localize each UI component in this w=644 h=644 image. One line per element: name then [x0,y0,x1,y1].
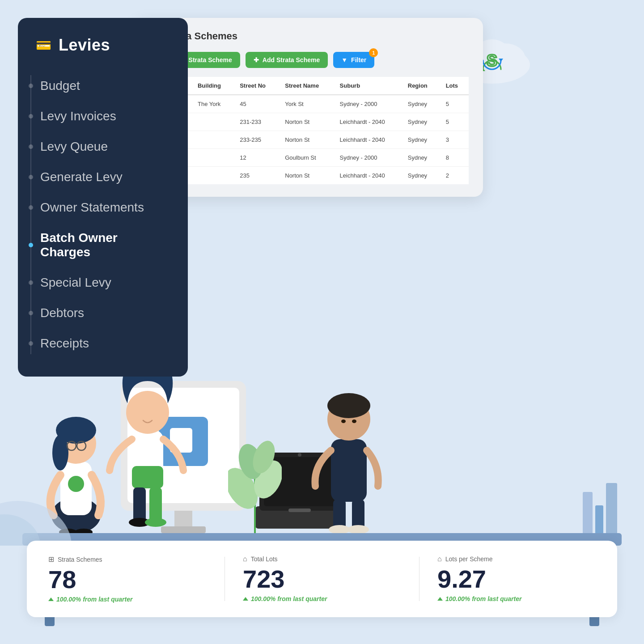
svg-rect-38 [331,439,367,502]
stat-value: 9.27 [437,567,596,592]
stat-item-lots-per-scheme: ⌂ Lots per Scheme 9.27 100.00% from last… [419,555,596,603]
table-row[interactable]: SP9932812Goulburn StSydney - 2000Sydney8 [148,149,469,167]
cell-building [191,149,233,167]
sidebar-item-budget[interactable]: Budget [18,71,188,101]
stat-icon: ⌂ [243,555,247,563]
strata-table: CodeBuildingStreet NoStreet NameSuburbRe… [148,77,469,184]
sidebar-item-label: Owner Statements [40,200,144,215]
sidebar-item-levy-queue[interactable]: Levy Queue [18,131,188,162]
add-strata-scheme-button[interactable]: ✚ Add Strata Scheme [246,52,328,68]
table-row[interactable]: SP55501231-233Norton StLeichhardt - 2040… [148,113,469,131]
stat-item-total-lots: ⌂ Total Lots 723 100.00% from last quart… [225,555,419,603]
stat-item-strata-schemes: ⊞ Strata Schemes 78 100.00% from last qu… [48,555,225,603]
svg-rect-27 [132,466,163,488]
cell-lots: 3 [440,131,469,149]
plant-illustration [228,435,282,533]
svg-point-36 [298,453,301,457]
stat-trend: 100.00% from last quarter [48,596,207,603]
cell-street_no: 12 [233,149,279,167]
filter-label: Filter [351,56,366,64]
trend-text: 100.00% from last quarter [251,595,327,602]
stat-label-row: ⊞ Strata Schemes [48,555,207,564]
cell-street_name: Norton St [279,131,333,149]
svg-point-45 [329,525,350,533]
svg-point-28 [126,391,169,434]
nav-dot [29,84,33,88]
sidebar-item-special-levy[interactable]: Special Levy [18,267,188,298]
cell-region: Sydney [402,167,440,185]
stat-value: 78 [48,567,207,592]
nav-dot [29,175,33,179]
column-header-suburb: Suburb [334,77,402,95]
stat-trend: 100.00% from last quarter [437,595,596,602]
column-header-street-name: Street Name [279,77,333,95]
filter-badge: 1 [369,48,378,57]
nav-dot [29,311,33,315]
nav-dot [29,114,33,119]
trend-arrow-icon [243,597,248,601]
cell-building [191,131,233,149]
sidebar-item-generate-levy[interactable]: Generate Levy [18,162,188,192]
cell-street_no: 235 [233,167,279,185]
sidebar-item-batch-owner-charges[interactable]: Batch Owner Charges [18,223,188,267]
cell-region: Sydney [402,95,440,113]
cell-street_name: Norton St [279,167,333,185]
sidebar-item-label: Budget [40,79,80,93]
sidebar-item-levy-invoices[interactable]: Levy Invoices [18,101,188,131]
cell-building [191,113,233,131]
sidebar-item-label: Levy Invoices [40,109,116,123]
filter-button[interactable]: ▼ Filter 1 [333,52,374,68]
cell-building: The York [191,95,233,113]
stats-bar: ⊞ Strata Schemes 78 100.00% from last qu… [27,541,617,617]
panel-toolbar: ⚙ Assign Strata Scheme ✚ Add Strata Sche… [148,52,469,68]
sidebar-item-owner-statements[interactable]: Owner Statements [18,192,188,223]
nav-dot [29,144,33,149]
cell-street_name: Norton St [279,113,333,131]
stat-trend: 100.00% from last quarter [243,595,401,602]
cell-suburb: Leichhardt - 2040 [334,113,402,131]
svg-point-42 [352,419,356,423]
trend-arrow-icon [48,597,54,601]
filter-icon: ▼ [341,56,347,64]
table-row[interactable]: SP12345The York45York StSydney - 2000Syd… [148,95,469,113]
svg-point-41 [341,419,346,423]
sidebar-item-label: Generate Levy [40,170,123,184]
stat-icon: ⊞ [48,555,54,564]
svg-point-46 [347,525,369,533]
cell-suburb: Leichhardt - 2040 [334,131,402,149]
stat-label-row: ⌂ Total Lots [243,555,401,563]
levies-icon: 💳 [36,38,51,53]
stat-label: Total Lots [251,555,278,563]
cell-region: Sydney [402,113,440,131]
nav-dot [29,280,33,285]
cell-street_name: York St [279,95,333,113]
cell-suburb: Sydney - 2000 [334,149,402,167]
table-row[interactable]: SP55502233-235Norton StLeichhardt - 2040… [148,131,469,149]
person-right-illustration [304,327,394,533]
sidebar-item-receipts[interactable]: Receipts [18,328,188,359]
panel-header: ☰ Strata Schemes [148,30,469,42]
cell-suburb: Leichhardt - 2040 [334,167,402,185]
sidebar-item-label: Special Levy [40,275,111,290]
nav-dot [29,205,33,210]
sidebar-item-debtors[interactable]: Debtors [18,298,188,328]
stat-label-row: ⌂ Lots per Scheme [437,555,596,563]
cell-lots: 8 [440,149,469,167]
column-header-street-no: Street No [233,77,279,95]
cell-suburb: Sydney - 2000 [334,95,402,113]
nav-dot [29,243,33,247]
cell-lots: 5 [440,113,469,131]
nav-dot [29,341,33,346]
trend-arrow-icon [437,597,443,601]
sidebar-item-label: Debtors [40,306,84,320]
stat-value: 723 [243,567,401,592]
column-header-region: Region [402,77,440,95]
table-row[interactable]: SP55503235Norton StLeichhardt - 2040Sydn… [148,167,469,185]
sidebar-title: Levies [59,36,110,55]
cell-street_name: Goulburn St [279,149,333,167]
svg-point-32 [145,518,166,527]
column-header-lots: Lots [440,77,469,95]
cell-street_no: 233-235 [233,131,279,149]
sidebar-nav: Budget Levy Invoices Levy Queue Generate… [18,71,188,359]
sidebar-item-label: Levy Queue [40,140,108,154]
